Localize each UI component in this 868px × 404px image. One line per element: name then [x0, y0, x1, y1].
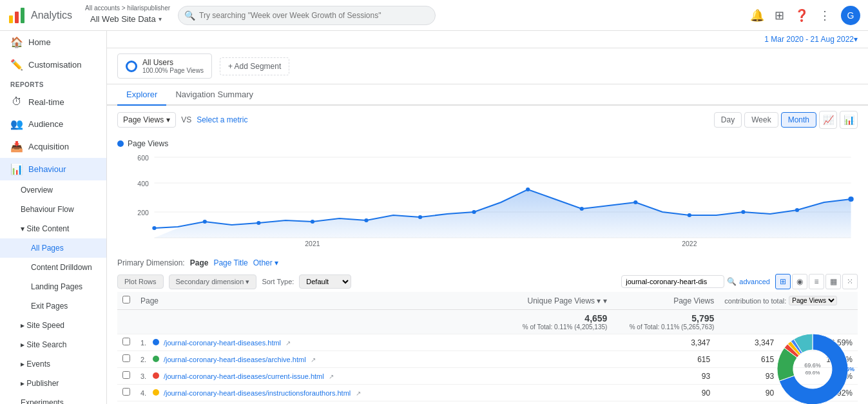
sidebar-events-label: ▸ Events [21, 360, 50, 369]
tab-navigation[interactable]: Navigation Summary [166, 84, 262, 106]
svg-rect-1 [15, 12, 19, 23]
row-external-link-icon[interactable]: ↗ [285, 340, 291, 347]
dim-other-link[interactable]: Other ▾ [253, 258, 278, 267]
vs-label: VS [181, 115, 191, 124]
row-checkbox[interactable] [122, 354, 130, 362]
sidebar-reports-section: REPORTS [0, 76, 106, 91]
sidebar-item-realtime[interactable]: ⏱ Real-time [0, 91, 106, 113]
sidebar-item-behaviour-flow[interactable]: Behaviour Flow [0, 200, 106, 219]
sidebar-item-site-content[interactable]: ▾ Site Content [0, 219, 106, 238]
select-metric-link[interactable]: Select a metric [197, 115, 247, 124]
sidebar-item-publisher[interactable]: ▸ Publisher [0, 374, 106, 393]
row-page-link[interactable]: /journal-coronary-heart-diseases/instruc… [164, 389, 351, 397]
sidebar-item-exit-pages[interactable]: Exit Pages [0, 296, 106, 316]
realtime-icon: ⏱ [10, 96, 23, 108]
table-wrapper: Page Unique Page Views ▾ ▾ Page Views [117, 292, 858, 404]
property-name: All Web Site Data [90, 14, 156, 24]
add-segment-button[interactable]: + Add Segment [220, 57, 289, 75]
dim-page-link[interactable]: Page [190, 258, 209, 267]
svg-point-16 [472, 210, 476, 214]
period-day-button[interactable]: Day [714, 112, 742, 128]
row-checkbox[interactable] [122, 338, 130, 345]
sidebar-item-home[interactable]: 🏠 Home [0, 31, 106, 53]
sidebar-item-behaviour[interactable]: 📊 Behaviour [0, 158, 106, 180]
sidebar-home-label: Home [28, 37, 51, 47]
row-page-views: 3,347 [715, 334, 779, 351]
sidebar-item-landing-pages[interactable]: Landing Pages [0, 277, 106, 296]
row-unique-views: 90 [651, 385, 715, 401]
segment-label: All Users [142, 58, 204, 67]
notifications-icon[interactable]: 🔔 [750, 8, 764, 23]
row-unique-views: 80 [651, 401, 715, 405]
svg-rect-2 [21, 8, 24, 23]
sidebar-item-experiments[interactable]: Experiments [0, 393, 106, 404]
segment-percent: 100.00% Page Views [142, 67, 204, 74]
sidebar-item-site-speed[interactable]: ▸ Site Speed [0, 316, 106, 335]
sidebar-acquisition-label: Acquisition [28, 142, 69, 151]
scatter-view-icon[interactable]: ⁙ [842, 274, 858, 289]
sidebar-item-content-drilldown[interactable]: Content Drilldown [0, 258, 106, 277]
pie-view-icon[interactable]: ◉ [792, 274, 807, 289]
row-checkbox[interactable] [122, 388, 130, 396]
sidebar-item-behaviour-overview[interactable]: Overview [0, 180, 106, 200]
row-external-link-icon[interactable]: ↗ [311, 356, 316, 363]
bar-chart-icon[interactable]: 📊 [840, 111, 858, 129]
grid-view-icon[interactable]: ⊞ [775, 274, 791, 289]
more-icon[interactable]: ⋮ [819, 8, 831, 23]
customisation-icon: ✏️ [10, 59, 23, 71]
tab-explorer[interactable]: Explorer [117, 84, 166, 106]
sidebar-content-drilldown-label: Content Drilldown [31, 263, 92, 272]
period-month-button[interactable]: Month [781, 112, 816, 128]
sort-type-select[interactable]: Default Weighted [299, 274, 351, 289]
secondary-dimension-button[interactable]: Secondary dimension ▾ [169, 274, 257, 289]
help-icon[interactable]: ❓ [795, 8, 809, 23]
period-week-button[interactable]: Week [744, 112, 778, 128]
summary-unique-value: 4,659 [511, 313, 608, 323]
sidebar-site-search-label: ▸ Site Search [21, 340, 66, 349]
search-input[interactable] [178, 6, 436, 25]
row-checkbox[interactable] [122, 371, 130, 379]
line-chart-icon[interactable]: 📈 [819, 111, 837, 129]
contribution-column-header: contribution to total: Page Views [719, 292, 858, 310]
user-avatar[interactable]: G [841, 6, 860, 25]
metric-label: Page Views [123, 115, 164, 124]
row-color-dot-icon [153, 389, 159, 396]
row-external-link-icon[interactable]: ↗ [329, 373, 334, 380]
row-unique-views: 93 [651, 368, 715, 385]
contribution-metric-select[interactable]: Page Views [789, 296, 837, 305]
sidebar-item-events[interactable]: ▸ Events [0, 354, 106, 374]
row-page-link[interactable]: /journal-coronary-heart-diseases/archive… [164, 356, 306, 363]
row-page-link[interactable]: /journal-coronary-heart-diseases/current… [164, 372, 324, 380]
sidebar-overview-label: Overview [21, 186, 53, 195]
filter-input[interactable] [621, 275, 724, 288]
row-checkbox-cell [117, 368, 135, 385]
primary-dimension-bar: Primary Dimension: Page Page Title Other… [117, 255, 858, 271]
row-external-link-icon[interactable]: ↗ [356, 390, 361, 397]
select-all-checkbox[interactable] [122, 296, 130, 303]
sidebar-item-audience[interactable]: 👥 Audience [0, 113, 106, 135]
dim-page-title-link[interactable]: Page Title [213, 258, 247, 267]
bar-view-icon[interactable]: ▦ [825, 274, 841, 289]
advanced-button[interactable]: advanced [739, 278, 770, 285]
sidebar-item-acquisition[interactable]: 📥 Acquisition [0, 135, 106, 158]
unique-views-column-header[interactable]: Unique Page Views ▾ ▾ [506, 292, 613, 310]
table-row: 5. /journal-coronary-heart-diseases/edit… [117, 401, 858, 405]
svg-text:69.6%: 69.6% [804, 362, 821, 369]
date-range-text[interactable]: 1 Mar 2020 - 21 Aug 2022 [764, 35, 854, 44]
sidebar-all-pages-label: All Pages [31, 244, 64, 253]
sidebar-item-site-search[interactable]: ▸ Site Search [0, 335, 106, 354]
row-page-link[interactable]: /journal-coronary-heart-diseases.html [164, 339, 281, 347]
row-page-views: 615 [715, 351, 779, 368]
list-view-icon[interactable]: ≡ [809, 274, 824, 289]
sidebar-item-customisation[interactable]: ✏️ Customisation [0, 53, 106, 76]
plot-rows-button[interactable]: Plot Rows [117, 274, 164, 289]
metric-selector[interactable]: Page Views ▾ [117, 112, 176, 128]
apps-icon[interactable]: ⊞ [775, 8, 784, 23]
sidebar-item-all-pages[interactable]: All Pages [0, 238, 106, 258]
svg-point-12 [256, 221, 260, 225]
chart-legend: Page Views [117, 139, 858, 148]
search-filter-icon[interactable]: 🔍 [727, 277, 737, 286]
property-selector[interactable]: All Web Site Data ▾ [85, 12, 170, 26]
data-table: Page Unique Page Views ▾ ▾ Page Views [117, 292, 858, 334]
report-tabs: Explorer Navigation Summary [107, 84, 868, 106]
